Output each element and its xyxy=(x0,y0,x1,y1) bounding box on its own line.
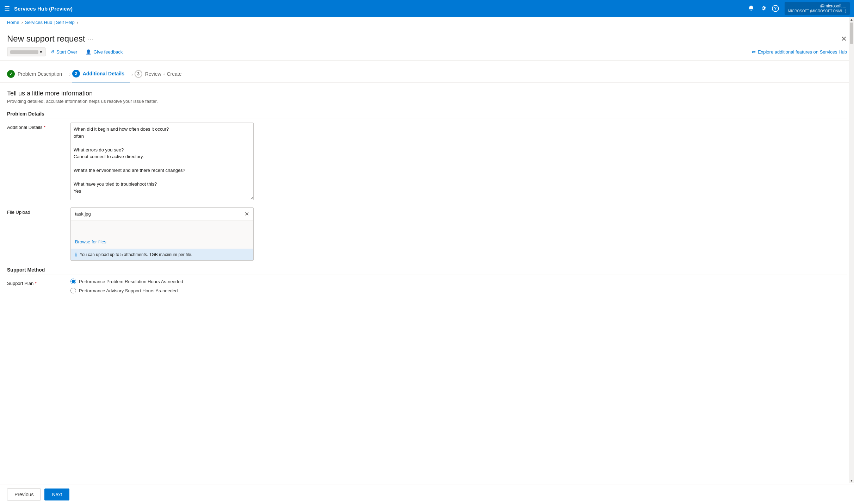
gear-icon[interactable] xyxy=(760,5,766,12)
user-account-badge[interactable]: @microsoft.... MICROSOFT (MICROSOFT.ONMI… xyxy=(785,2,850,15)
breadcrumb-sep-1: › xyxy=(21,20,23,25)
breadcrumb: Home › Services Hub | Self Help › xyxy=(0,17,854,28)
step-sep-1: › xyxy=(68,71,72,77)
step-2-label: Additional Details xyxy=(83,71,124,76)
start-over-label: Start Over xyxy=(56,49,77,55)
additional-details-row: Additional Details * When did it begin a… xyxy=(7,123,847,201)
file-upload-label: File Upload xyxy=(7,207,63,215)
give-feedback-button[interactable]: 👤 Give feedback xyxy=(82,47,126,57)
section-subtitle: Providing detailed, accurate information… xyxy=(7,99,847,104)
file-upload-row: File Upload task.jpg ✕ Browse for files … xyxy=(7,207,847,261)
page-title: New support request xyxy=(7,34,85,44)
explore-link[interactable]: ⇌ Explore additional features on Service… xyxy=(752,49,847,55)
scroll-down-arrow[interactable]: ▼ xyxy=(849,478,854,483)
next-button[interactable]: Next xyxy=(44,489,69,494)
explore-icon: ⇌ xyxy=(752,49,756,55)
user-tenant: MICROSOFT (MICROSOFT.ONMI...) xyxy=(788,9,846,13)
breadcrumb-sep-2: › xyxy=(77,20,78,25)
file-upload-control: task.jpg ✕ Browse for files ℹ You can up… xyxy=(70,207,254,261)
right-scrollbar[interactable]: ▲ ▼ xyxy=(849,17,854,483)
support-method-group-title: Support Method xyxy=(7,267,847,274)
more-options-button[interactable]: ··· xyxy=(88,35,93,43)
support-plan-label-1: Performance Problem Resolution Hours As-… xyxy=(79,279,183,284)
support-plan-label-2: Performance Advisory Support Hours As-ne… xyxy=(79,288,178,293)
top-navigation-bar: ☰ Services Hub (Preview) ? @microsoft...… xyxy=(0,0,854,17)
support-plan-option-2[interactable]: Performance Advisory Support Hours As-ne… xyxy=(70,288,254,293)
file-remove-button[interactable]: ✕ xyxy=(245,211,249,217)
top-icon-group: ? @microsoft.... MICROSOFT (MICROSOFT.ON… xyxy=(748,2,850,15)
scroll-thumb[interactable] xyxy=(850,23,853,44)
step-review-create[interactable]: 3 Review + Create xyxy=(135,67,187,82)
support-plan-options: Performance Problem Resolution Hours As-… xyxy=(70,279,254,297)
close-button[interactable]: ✕ xyxy=(841,35,847,43)
subscription-dropdown[interactable]: ▾ xyxy=(7,48,45,56)
hamburger-icon[interactable]: ☰ xyxy=(4,5,10,12)
give-feedback-label: Give feedback xyxy=(93,49,123,55)
file-info-bar: ℹ You can upload up to 5 attachments. 1G… xyxy=(71,249,253,260)
start-over-button[interactable]: ↺ Start Over xyxy=(47,47,81,57)
file-info-text: You can upload up to 5 attachments. 1GB … xyxy=(80,252,192,257)
scroll-up-arrow[interactable]: ▲ xyxy=(849,17,854,22)
support-plan-radio-1[interactable] xyxy=(70,279,76,284)
breadcrumb-home[interactable]: Home xyxy=(7,20,19,25)
required-asterisk: * xyxy=(44,125,45,130)
file-upload-box: task.jpg ✕ Browse for files ℹ You can up… xyxy=(70,207,254,261)
previous-button[interactable]: Previous xyxy=(7,489,41,494)
main-content: Tell us a little more information Provid… xyxy=(0,83,854,494)
step-1-circle: ✓ xyxy=(7,70,15,78)
page-header: New support request ··· ✕ xyxy=(0,28,854,44)
step-3-label: Review + Create xyxy=(145,71,182,77)
app-title: Services Hub (Preview) xyxy=(14,6,744,12)
chevron-down-icon: ▾ xyxy=(40,49,42,55)
explore-label: Explore additional features on Services … xyxy=(758,49,847,55)
bottom-navigation-bar: Previous Next xyxy=(0,485,854,494)
file-item: task.jpg ✕ xyxy=(71,208,253,220)
additional-details-label: Additional Details * xyxy=(7,123,63,130)
problem-details-group-title: Problem Details xyxy=(7,111,847,118)
file-name: task.jpg xyxy=(75,211,91,217)
step-1-label: Problem Description xyxy=(18,71,62,77)
user-email: @microsoft.... xyxy=(788,4,846,9)
breadcrumb-services-hub[interactable]: Services Hub | Self Help xyxy=(25,20,75,25)
support-plan-row: Support Plan * Performance Problem Resol… xyxy=(7,279,847,297)
support-plan-label: Support Plan * xyxy=(7,279,63,286)
step-additional-details[interactable]: 2 Additional Details xyxy=(72,66,130,82)
feedback-icon: 👤 xyxy=(86,49,91,55)
file-browse-area: Browse for files xyxy=(71,220,253,249)
browse-for-files-link[interactable]: Browse for files xyxy=(75,239,106,244)
additional-details-textarea[interactable]: When did it begin and how often does it … xyxy=(70,123,254,200)
help-icon[interactable]: ? xyxy=(772,5,779,12)
step-2-circle: 2 xyxy=(72,70,80,77)
info-icon: ℹ xyxy=(75,252,77,257)
support-plan-required: * xyxy=(35,281,37,286)
refresh-icon: ↺ xyxy=(50,49,54,55)
additional-details-control: When did it begin and how often does it … xyxy=(70,123,254,201)
bell-icon[interactable] xyxy=(748,5,754,12)
subscription-label xyxy=(10,50,38,54)
step-problem-description[interactable]: ✓ Problem Description xyxy=(7,67,68,82)
steps-bar: ✓ Problem Description › 2 Additional Det… xyxy=(0,61,854,83)
toolbar: ▾ ↺ Start Over 👤 Give feedback ⇌ Explore… xyxy=(0,44,854,61)
step-3-circle: 3 xyxy=(135,70,142,78)
support-plan-radio-2[interactable] xyxy=(70,288,76,293)
support-plan-option-1[interactable]: Performance Problem Resolution Hours As-… xyxy=(70,279,254,284)
section-title: Tell us a little more information xyxy=(7,90,847,97)
step-sep-2: › xyxy=(130,71,135,77)
